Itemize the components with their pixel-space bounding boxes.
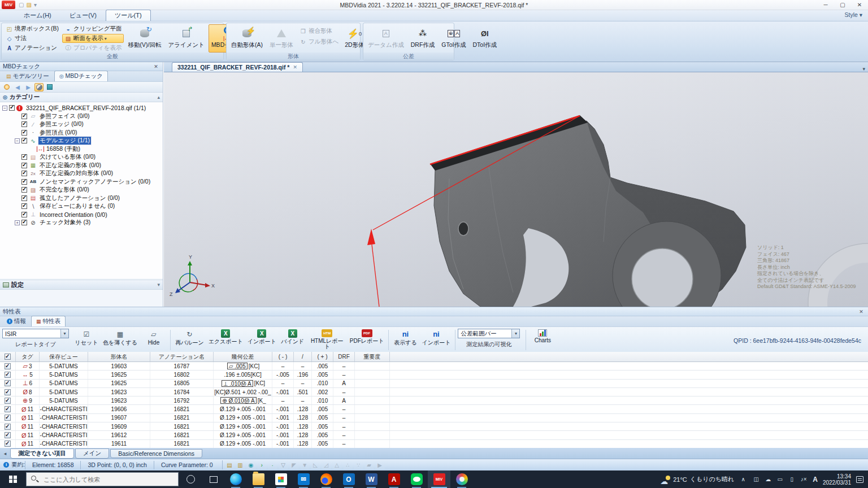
taskbar-mail[interactable]: ✉ [292,470,315,488]
tree-item[interactable]: ▦ 不正な定義の形体 (0/0) [0,162,163,170]
tab-info[interactable]: i情報 [2,316,31,326]
tree-checkbox[interactable] [21,154,27,160]
tree-checkbox[interactable] [21,114,27,119]
show-section-button[interactable]: ▨断面を表示▾ [62,34,124,43]
sheet-tab-main[interactable]: メイン [75,448,109,459]
sheet-tab-unmeasurable[interactable]: 測定できない項目 [10,448,74,459]
tree-checkbox[interactable] [21,163,27,168]
settings-section-header[interactable]: 設定 ▾ [0,280,163,290]
tree-checkbox[interactable] [21,171,27,176]
tab-home[interactable]: ホーム(H) [15,10,60,21]
new-document-icon[interactable]: ▢ [19,2,24,8]
characteristics-panel-close-icon[interactable]: ✕ [857,309,865,315]
combo-arrow-icon[interactable]: ▾ [511,329,519,338]
minimize-button[interactable]: ─ [817,0,834,10]
toolbar-button[interactable]: ni 表示する [391,329,419,346]
toolbar-button[interactable]: ▱ Hide [140,329,168,346]
statusbar-tool-button[interactable]: △ [332,460,342,469]
cortana-icon[interactable] [186,475,195,483]
taskbar-line[interactable] [405,470,428,488]
dimension-button[interactable]: ◇寸法 [3,34,61,43]
tab-view[interactable]: ビュー(V) [60,10,106,21]
tray-chevron-icon[interactable]: ∧ [739,476,747,482]
tree-checkbox[interactable] [9,105,15,111]
statusbar-tool-button[interactable]: ◿ [322,460,331,469]
report-type-select[interactable]: ISIR ▾ [2,329,69,338]
bounding-box-button[interactable]: ◰境界ボックス(B) [3,24,61,33]
tree-item[interactable]: ▨ 不完全な形体 (0/0) [0,186,163,194]
sheet-nav-arrow-icon[interactable]: ◂ [1,451,9,456]
forward-arrow-icon[interactable]: ▶ [24,83,33,91]
tab-characteristics[interactable]: ▦特性表 [31,316,66,326]
row-checkbox[interactable] [5,424,11,430]
viewport-3d[interactable]: Y X Z ソリッド: 1フェイス: 467三角形: 41867長さ単位: in… [164,72,868,307]
table-row[interactable]: Ø11 7-CHARACTERISTI.. 19606 16821 Ø.129 … [0,405,868,413]
chevron-down-icon[interactable]: ▾ [105,36,107,41]
tree-checkbox[interactable] [21,121,27,127]
combo-arrow-icon[interactable]: ▾ [60,329,68,338]
row-checkbox[interactable] [5,372,11,378]
statusbar-tool-button[interactable]: ∙ [268,460,277,469]
task-view-icon[interactable] [210,476,218,483]
close-button[interactable]: ✕ [851,0,868,10]
tab-tools[interactable]: ツール(T) [106,10,151,21]
tree-checkbox[interactable] [21,195,27,201]
tree-item[interactable]: ∖ 保存ビューにありません (0) [0,202,163,211]
taskbar-outlook[interactable]: O [337,470,360,488]
table-row[interactable]: ▱3 5-DATUMS 19603 16787 ▱ .005[KC] – – .… [0,362,868,371]
tree-checkbox[interactable] [21,203,27,209]
row-checkbox[interactable] [5,389,11,395]
toolbar-button[interactable]: X バインド [279,329,307,345]
tab-mbd-check[interactable]: ◎MBDチェック [54,71,108,81]
weather-widget[interactable]: ☁ 21°C くもりのち晴れ [660,475,734,483]
document-tab-close-icon[interactable]: ✕ [293,64,297,70]
tree-checkbox[interactable] [21,220,27,225]
collapse-arrow-icon[interactable]: ▴ [157,94,160,100]
toolbar-button[interactable] [170,330,171,350]
statusbar-tool-button[interactable]: ▥ [236,460,245,469]
create-drf-button[interactable]: ⁂ DRF作成 [408,24,438,53]
tree-item[interactable]: · 参照頂点 (0/0) [0,129,163,137]
toolbar-button[interactable]: X エクスポート [206,329,245,345]
tray-icon[interactable]: ▯ [788,476,796,482]
toolbar-button[interactable] [388,330,389,350]
statusbar-tool-button[interactable]: ▽ [279,460,288,469]
tree-item[interactable]: ▤ 欠けている形体 (0/0) [0,153,163,162]
tree-checkbox[interactable] [21,138,27,143]
tray-icon[interactable]: ☁ [764,476,772,482]
tree-expander[interactable]: − [15,138,20,143]
row-checkbox[interactable] [5,398,11,404]
taskbar-explorer[interactable] [247,470,270,488]
tree-checkbox[interactable] [21,130,27,136]
taskbar-search-input[interactable] [26,472,179,486]
tree-expander[interactable]: − [2,106,7,111]
tree-item[interactable]: ∕ 参照エッジ (0/0) [0,120,163,129]
tray-icon[interactable]: ♪× [800,476,808,482]
solid-view-icon[interactable] [45,83,54,91]
style-selector[interactable]: Style ▾ [844,11,862,18]
row-checkbox[interactable] [5,406,11,412]
row-checkbox[interactable] [5,415,11,421]
charts-button[interactable]: Charts [528,329,557,343]
tree-item[interactable]: ▱ 参照フェイス (0/0) [0,112,163,121]
taskbar-firefox[interactable] [315,470,337,488]
toolbar-button[interactable]: HTM HTMLレポート [307,329,348,350]
taskbar-store[interactable] [270,470,292,488]
tab-list-dropdown-icon[interactable]: ▾ [862,66,865,72]
tree-item[interactable]: ▤ 孤立したアノテーション (0/0) [0,194,163,203]
table-row[interactable]: Ø11 7-CHARACTERISTI.. 19609 16821 Ø.129 … [0,422,868,431]
table-header[interactable]: タグ 保存ビュー 形体名 アノテーション名 幾何公差 ( - ) / ( + )… [0,352,868,362]
tray-icon[interactable]: ▭ [776,476,784,482]
visualization-select[interactable]: 公差範囲バー ▾ [458,329,520,338]
bulb-icon[interactable] [2,83,11,91]
table-row[interactable]: Ø8 5-DATUMS 19623 16784 [KC]Ø.501 +.002 … [0,388,868,396]
tray-icon[interactable]: ◫ [752,476,760,482]
table-row[interactable]: ⊕9 5-DATUMS 19623 16792 ⊕ Ø.010Ⓜ A[K_ – … [0,396,868,405]
taskbar-edge[interactable] [224,470,247,488]
table-row[interactable]: Ø11 7-CHARACTERISTI.. 19612 16821 Ø.129 … [0,431,868,439]
row-checkbox[interactable] [5,441,11,447]
row-checkbox[interactable] [5,380,11,386]
toolbar-button[interactable]: PDF PDFレポート [348,329,387,344]
toolbar-button[interactable]: ni インポート [419,329,453,346]
ime-indicator[interactable]: A [813,476,818,483]
